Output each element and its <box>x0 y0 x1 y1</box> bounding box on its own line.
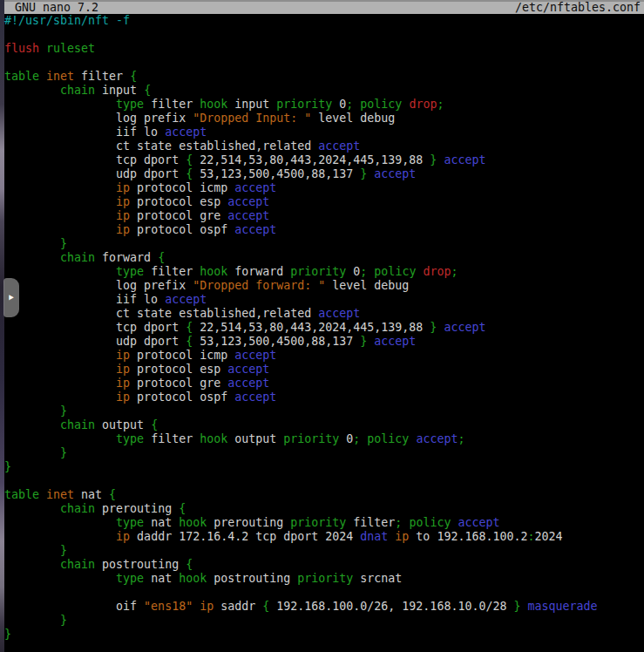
code-segment: ip <box>116 391 130 404</box>
code-segment: 53,123,500,4500,88,137 <box>193 335 360 348</box>
code-segment <box>4 614 60 627</box>
code-segment: chain <box>60 558 95 571</box>
code-line: log prefix "Dropped Input: " level debug <box>4 112 644 126</box>
code-segment: 192.168.100.0/26, 192.168.10.0/28 <box>269 600 513 613</box>
code-segment: "Dropped forward: " <box>193 279 325 292</box>
code-segment: 22,514,53,80,443,2024,445,139,88 <box>193 321 430 334</box>
console-sidebar-handle[interactable]: ▶ <box>3 278 19 317</box>
code-segment: { <box>186 335 193 348</box>
code-segment: ; <box>451 265 458 278</box>
code-segment <box>4 181 116 194</box>
code-segment <box>4 265 116 278</box>
code-segment: table <box>4 488 39 501</box>
code-segment: udp dport <box>4 167 186 180</box>
code-segment: ip <box>116 377 130 390</box>
code-line: chain prerouting { <box>4 502 644 516</box>
code-segment: accept <box>227 209 269 222</box>
code-segment: ip <box>116 223 130 236</box>
code-line <box>4 586 644 600</box>
code-segment: 0 <box>346 265 360 278</box>
code-line: iif lo accept <box>4 126 644 139</box>
code-segment <box>4 377 116 390</box>
code-segment <box>4 391 116 404</box>
code-segment: { <box>186 153 193 166</box>
code-segment: table <box>4 70 39 83</box>
code-segment: protocol icmp <box>130 349 234 362</box>
code-segment: postrouting <box>95 558 186 571</box>
code-segment: protocol esp <box>130 363 227 376</box>
code-segment: { <box>179 502 186 515</box>
code-segment: type <box>116 572 144 585</box>
code-line: } <box>4 404 644 418</box>
code-segment: level debug <box>325 279 409 292</box>
code-segment <box>4 84 60 97</box>
code-segment <box>4 418 60 431</box>
code-segment: accept <box>165 126 207 139</box>
code-line <box>4 56 644 70</box>
code-segment <box>4 446 60 459</box>
code-line: } <box>4 628 644 642</box>
code-segment: accept <box>444 321 485 334</box>
code-segment: ip <box>116 209 130 222</box>
code-line: type filter hook forward priority 0; pol… <box>4 265 644 279</box>
code-segment: priority <box>297 572 353 585</box>
code-segment: 22,514,53,80,443,2024,445,139,88 <box>193 153 430 166</box>
code-segment: protocol icmp <box>130 181 234 194</box>
code-segment: hook <box>179 572 207 585</box>
code-line: chain postrouting { <box>4 558 644 572</box>
code-segment: output <box>227 432 283 445</box>
code-segment: chain <box>60 251 95 264</box>
code-line: #!/usr/sbin/nft -f <box>4 14 644 28</box>
code-segment: { <box>151 418 158 431</box>
editor-area[interactable]: #!/usr/sbin/nft -fflush rulesettable ine… <box>4 14 644 652</box>
code-segment: protocol ospf <box>130 391 234 404</box>
code-line: ct state established,related accept <box>4 307 644 321</box>
code-segment: } <box>60 237 67 250</box>
code-segment <box>4 572 116 585</box>
code-segment: accept <box>234 181 276 194</box>
code-segment: to 192.168.100.2 <box>409 530 527 543</box>
code-segment <box>4 223 116 236</box>
code-segment: udp dport <box>4 335 186 348</box>
code-segment: "Dropped Input: " <box>193 112 311 125</box>
code-line: log prefix "Dropped forward: " level deb… <box>4 279 644 293</box>
code-segment: type <box>116 98 144 111</box>
code-segment: dnat <box>360 530 388 543</box>
code-segment: accept <box>374 335 416 348</box>
code-segment: accept <box>318 307 360 320</box>
code-segment: } <box>60 446 67 459</box>
code-line: ip protocol esp accept <box>4 195 644 209</box>
code-line <box>4 28 644 42</box>
code-line: oif "ens18" ip saddr { 192.168.100.0/26,… <box>4 600 644 614</box>
code-segment: flush <box>4 42 39 55</box>
code-segment: #!/usr/sbin/nft -f <box>4 14 130 27</box>
code-line: tcp dport { 22,514,53,80,443,2024,445,13… <box>4 153 644 167</box>
code-segment: accept <box>318 139 360 153</box>
code-segment: ; <box>437 98 444 111</box>
code-segment: accept <box>227 377 269 390</box>
code-segment: nat <box>74 488 109 501</box>
code-segment: chain <box>60 84 95 97</box>
code-segment: { <box>186 167 193 180</box>
code-line: table inet nat { <box>4 488 644 502</box>
code-segment: protocol esp <box>130 195 227 208</box>
code-line <box>4 474 644 488</box>
code-segment: ip <box>395 530 409 543</box>
code-segment: accept <box>234 391 276 404</box>
code-line: ip protocol gre accept <box>4 209 644 223</box>
code-line: type nat hook prerouting priority filter… <box>4 516 644 530</box>
code-segment: hook <box>179 516 207 529</box>
code-segment: accept <box>227 195 269 208</box>
code-segment: saddr <box>214 600 262 613</box>
code-segment: priority <box>276 98 332 111</box>
code-segment: priority <box>290 516 346 529</box>
code-segment: level debug <box>311 112 395 125</box>
code-segment: daddr 172.16.4.2 tcp dport 2024 <box>130 530 360 543</box>
code-line: type filter hook input priority 0; polic… <box>4 98 644 112</box>
code-segment: hook <box>200 98 227 111</box>
code-segment: tcp dport <box>4 153 186 166</box>
code-segment: accept <box>165 293 207 306</box>
code-segment: priority <box>290 265 346 278</box>
code-segment: accept <box>374 167 416 180</box>
code-segment: input <box>227 98 276 111</box>
